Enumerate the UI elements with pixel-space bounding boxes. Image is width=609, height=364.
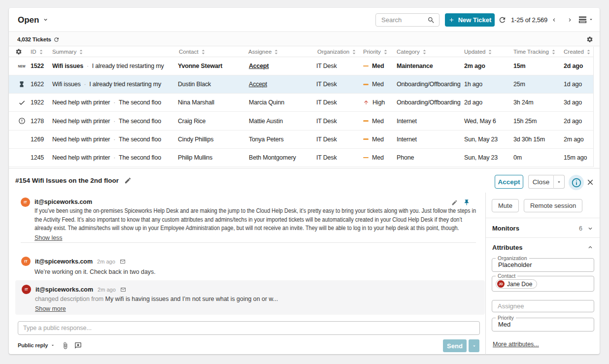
count-refresh-icon[interactable] — [53, 36, 60, 43]
cell-summary: Wifi issues·I already tried restarting m… — [52, 57, 164, 75]
cell-updated: Sun, May 23 — [464, 149, 498, 166]
column-header-organization[interactable]: Organization — [317, 47, 356, 57]
message-item: IT it@spiceworks.com 2m ago We’re workin… — [21, 257, 156, 277]
edit-message-pencil-icon[interactable] — [451, 199, 458, 206]
table-view-menu[interactable] — [578, 16, 594, 23]
column-header-category[interactable]: Category — [397, 47, 426, 57]
table-cell: High — [363, 94, 385, 111]
table-cell: Beth Montgomery — [249, 149, 296, 166]
accept-ticket-link[interactable]: Accept — [249, 63, 269, 69]
more-attributes-link[interactable]: More attributes... — [493, 341, 539, 348]
column-header-label: Created — [564, 49, 584, 55]
attributes-section-header[interactable]: Attributes — [492, 240, 594, 254]
column-header-label: Updated — [464, 49, 485, 55]
show-less-link[interactable]: Show less — [34, 234, 62, 241]
column-settings-gear-icon[interactable] — [15, 48, 22, 55]
reply-mode-dropdown[interactable]: Public reply — [18, 342, 55, 348]
column-header-contact[interactable]: Contact — [179, 47, 205, 57]
message-action-prefix: changed description from — [35, 296, 103, 302]
attach-file-icon[interactable] — [62, 342, 69, 349]
ticket-row-1622[interactable]: 1622Wifi issues·I already tried restarti… — [9, 75, 593, 94]
contact-chip-avatar: JD — [497, 280, 505, 288]
refresh-icon[interactable] — [498, 16, 507, 24]
column-header-created[interactable]: Created — [564, 47, 590, 57]
detail-sidebar: Mute Remote session Monitors 6 Attribute… — [485, 193, 600, 355]
monitors-section-header[interactable]: Monitors 6 — [492, 221, 594, 236]
ticket-info-icon[interactable] — [569, 175, 584, 190]
cell-category: Onboarding/Offboarding — [397, 94, 461, 111]
ticket-row-1522[interactable]: NEW1522Wifi issues·I already tried resta… — [9, 57, 593, 75]
contact-field-label: Contact — [496, 273, 517, 278]
mute-button[interactable]: Mute — [492, 199, 519, 212]
alert-status-icon — [18, 117, 26, 125]
cell-contact: Philip Mullins — [178, 149, 212, 166]
contact-chip-name: Jane Doe — [507, 281, 532, 288]
cell-updated: 2m ago — [464, 57, 485, 75]
show-more-link[interactable]: Show more — [35, 305, 66, 312]
cell-ticket-id: 1922 — [31, 94, 44, 111]
priority-field-label: Priority — [496, 315, 516, 320]
column-header-assignee[interactable]: Assignee — [248, 47, 278, 57]
cell-status-icon — [15, 149, 28, 166]
reply-mode-label: Public reply — [18, 342, 48, 348]
table-cell: Marcia Quinn — [249, 94, 284, 111]
contact-field[interactable]: Contact JD Jane Doe — [492, 273, 594, 292]
close-detail-x-icon[interactable] — [586, 178, 595, 187]
ticket-row-1245[interactable]: 1245Need help with printer·The second fl… — [9, 149, 593, 167]
cell-time-tracking: 25m — [513, 75, 525, 93]
table-header: IDSummaryContactAssigneeOrganizationPrio… — [9, 47, 594, 57]
cell-contact: Dustin Black — [178, 75, 211, 93]
send-dropdown-button[interactable] — [469, 339, 479, 352]
summary-title: Wifi issues — [52, 81, 81, 88]
ticket-row-1269[interactable]: 1269Need help with printer·The second fl… — [9, 131, 593, 149]
view-selector-dropdown[interactable]: Open — [18, 8, 49, 32]
close-dropdown-button[interactable] — [553, 175, 565, 189]
pin-icon[interactable] — [463, 199, 470, 206]
cell-summary: Need help with printer·The second floo — [52, 112, 161, 130]
assignee-field[interactable] — [492, 300, 594, 312]
summary-preview: The second floo — [119, 154, 161, 161]
ticket-row-1278[interactable]: 1278Need help with printer·The second fl… — [9, 112, 593, 130]
column-header-priority[interactable]: Priority — [363, 47, 387, 57]
sort-icon — [274, 49, 278, 55]
monitors-count: 6 — [579, 225, 582, 232]
table-settings-gear-icon[interactable] — [586, 36, 593, 43]
accept-ticket-link[interactable]: Accept — [249, 81, 267, 88]
cell-priority: Med — [372, 136, 384, 143]
cell-updated: Wed, May 6 — [464, 112, 496, 130]
search-input[interactable] — [381, 16, 427, 24]
accept-button[interactable]: Accept — [495, 175, 523, 189]
cell-time-tracking: 3h 24m — [513, 94, 534, 111]
sort-icon — [202, 49, 205, 55]
column-header-time-tracking[interactable]: Time Tracking — [513, 47, 555, 57]
column-header-summary[interactable]: Summary — [52, 47, 83, 57]
new-ticket-button[interactable]: New Ticket — [445, 13, 495, 27]
arrow-drop-down-icon — [588, 17, 594, 22]
priority-field[interactable]: Priority Med — [492, 315, 594, 331]
cell-organization: IT Desk — [316, 57, 337, 75]
summary-separator: · — [87, 63, 89, 69]
send-button[interactable]: Send — [443, 339, 467, 352]
message-body-line: the Activity Feed. It’s also important t… — [34, 216, 476, 225]
cell-created: 2d ago — [564, 112, 582, 130]
cell-organization: IT Desk — [316, 149, 337, 166]
contact-chip[interactable]: JD Jane Doe — [496, 279, 537, 289]
close-button[interactable]: Close — [528, 175, 553, 189]
search-icon[interactable] — [427, 16, 435, 24]
cell-ticket-id: 1278 — [31, 112, 44, 130]
summary-title: Need help with printer — [52, 99, 110, 106]
ticket-row-1922[interactable]: 1922Need help with printer·The second fl… — [9, 94, 593, 112]
reply-input[interactable] — [18, 321, 480, 335]
organization-field[interactable]: Organization Placeholder — [492, 256, 594, 272]
chevron-left-icon[interactable] — [551, 17, 557, 23]
column-header-id[interactable]: ID — [31, 47, 43, 57]
remote-session-button[interactable]: Remote session — [524, 199, 582, 212]
message-timestamp: 2m ago — [97, 259, 115, 265]
column-header-updated[interactable]: Updated — [464, 47, 492, 57]
cell-status-icon: NEW — [15, 57, 28, 75]
cell-status-icon — [15, 75, 28, 93]
column-header-label: Organization — [317, 49, 349, 55]
edit-title-pencil-icon[interactable] — [124, 177, 132, 184]
chevron-right-icon[interactable] — [567, 17, 573, 23]
canned-response-icon[interactable] — [74, 342, 82, 349]
